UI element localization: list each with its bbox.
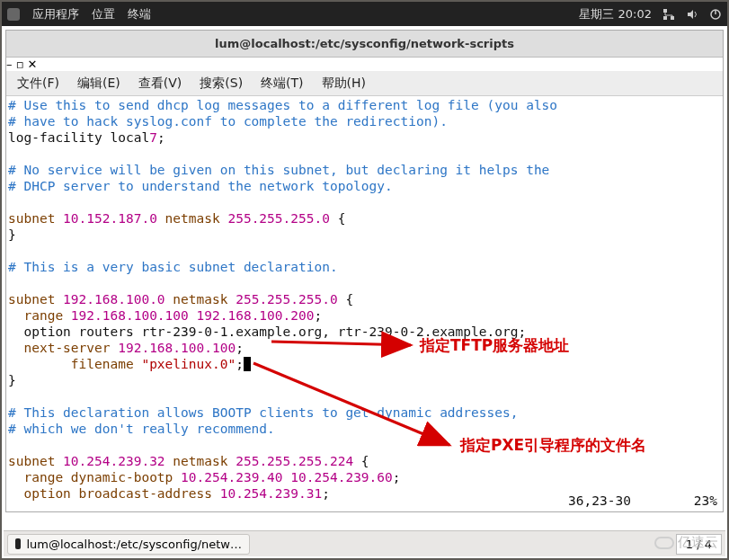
power-icon[interactable] xyxy=(709,8,722,21)
window-minimize-button[interactable]: – xyxy=(6,58,13,71)
menu-edit[interactable]: 编辑(E) xyxy=(70,74,128,93)
terminal-menubar: 文件(F) 编辑(E) 查看(V) 搜索(S) 终端(T) 帮助(H) xyxy=(6,71,723,96)
gnome-bottom-taskbar: lum@localhost:/etc/sysconfig/netw… 1 / 4 xyxy=(4,530,725,556)
window-title: lum@localhost:/etc/sysconfig/network-scr… xyxy=(215,37,514,50)
editor-line: } xyxy=(8,227,16,242)
gnome-top-panel: 应用程序 位置 终端 星期三 20:02 xyxy=(2,2,727,26)
editor-line: subnet 10.254.239.32 netmask 255.255.255… xyxy=(8,454,369,468)
editor-line: subnet 192.168.100.0 netmask 255.255.255… xyxy=(8,292,353,307)
editor-line: option broadcast-address 10.254.239.31; xyxy=(8,486,330,501)
activities-logo-icon[interactable] xyxy=(7,8,20,21)
svg-rect-2 xyxy=(663,16,667,20)
editor-line: log-facility local7; xyxy=(8,130,165,145)
text-cursor xyxy=(244,357,251,371)
editor-line: # This is a very basic subnet declaratio… xyxy=(8,260,338,274)
vim-status-ruler: 36,23-30 23% xyxy=(568,493,717,509)
workspace-switcher[interactable]: 1 / 4 xyxy=(676,534,722,555)
panel-applications[interactable]: 应用程序 xyxy=(32,6,79,22)
editor-line: # DHCP server to understand the network … xyxy=(8,179,393,193)
volume-icon[interactable] xyxy=(686,8,698,21)
editor-line: # which we don't really recommend. xyxy=(8,422,275,436)
window-close-button[interactable]: ✕ xyxy=(28,58,38,71)
editor-line: subnet 10.152.187.0 netmask 255.255.255.… xyxy=(8,211,345,226)
window-titlebar[interactable]: lum@localhost:/etc/sysconfig/network-scr… xyxy=(6,31,723,58)
menu-help[interactable]: 帮助(H) xyxy=(315,74,373,93)
editor-line: } xyxy=(8,373,16,387)
editor-line: # Use this to send dhcp log messages to … xyxy=(8,98,557,112)
terminal-icon xyxy=(15,538,21,549)
svg-marker-3 xyxy=(688,10,693,19)
window-maximize-button[interactable]: ▫ xyxy=(16,58,24,71)
annotation-tftp-label: 指定TFTP服务器地址 xyxy=(420,335,569,356)
panel-places[interactable]: 位置 xyxy=(92,6,115,22)
editor-line: range 192.168.100.100 192.168.100.200; xyxy=(8,308,322,323)
network-icon[interactable] xyxy=(662,8,675,21)
svg-rect-0 xyxy=(663,9,667,13)
taskbar-item-label: lum@localhost:/etc/sysconfig/netw… xyxy=(26,538,242,551)
panel-terminal[interactable]: 终端 xyxy=(128,6,151,22)
menu-search[interactable]: 搜索(S) xyxy=(192,74,250,93)
menu-terminal[interactable]: 终端(T) xyxy=(253,74,310,93)
editor-line: filename "pxelinux.0"; xyxy=(8,357,251,371)
editor-line: next-server 192.168.100.100; xyxy=(8,341,244,355)
editor-line: # This declaration allows BOOTP clients … xyxy=(8,405,518,420)
menu-file[interactable]: 文件(F) xyxy=(10,74,67,93)
menu-view[interactable]: 查看(V) xyxy=(131,74,190,93)
editor-line: # No service will be given on this subne… xyxy=(8,163,549,177)
editor-line: range dynamic-bootp 10.254.239.40 10.254… xyxy=(8,470,401,484)
annotation-pxe-label: 指定PXE引导程序的文件名 xyxy=(460,435,646,456)
panel-clock[interactable]: 星期三 20:02 xyxy=(579,6,652,22)
editor-line: # have to hack syslog.conf to complete t… xyxy=(8,114,448,129)
taskbar-item-terminal[interactable]: lum@localhost:/etc/sysconfig/netw… xyxy=(7,534,250,555)
